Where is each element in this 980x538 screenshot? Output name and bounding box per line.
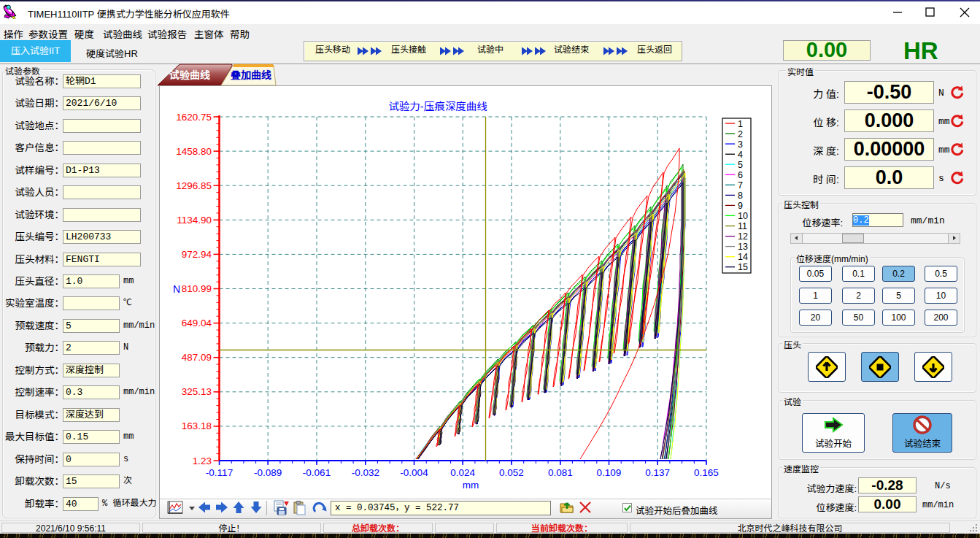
svg-text:1620.75: 1620.75 xyxy=(176,112,212,123)
svg-text:14: 14 xyxy=(738,252,748,262)
svg-text:0.165: 0.165 xyxy=(694,467,719,478)
svg-text:1: 1 xyxy=(738,119,743,129)
svg-text:0.137: 0.137 xyxy=(645,467,670,478)
svg-text:13: 13 xyxy=(738,242,748,252)
svg-text:1134.90: 1134.90 xyxy=(177,215,212,226)
svg-text:叠加曲线: 叠加曲线 xyxy=(231,69,271,81)
svg-text:163.18: 163.18 xyxy=(182,420,212,431)
svg-text:0.024: 0.024 xyxy=(450,467,475,478)
svg-text:6: 6 xyxy=(738,170,743,180)
svg-text:0.109: 0.109 xyxy=(597,467,622,478)
svg-text:-0.117: -0.117 xyxy=(206,467,233,478)
svg-text:649.04: 649.04 xyxy=(182,318,212,328)
svg-text:1.23: 1.23 xyxy=(193,456,212,466)
svg-text:N: N xyxy=(173,283,180,295)
svg-text:12: 12 xyxy=(738,231,748,242)
svg-text:-0.032: -0.032 xyxy=(352,467,379,478)
svg-text:-0.004: -0.004 xyxy=(400,467,428,478)
svg-text:-0.061: -0.061 xyxy=(303,467,331,478)
svg-text:4: 4 xyxy=(738,150,743,160)
svg-text:3: 3 xyxy=(738,139,743,150)
svg-text:0.052: 0.052 xyxy=(499,467,524,478)
svg-text:972.94: 972.94 xyxy=(182,249,212,260)
svg-text:1296.85: 1296.85 xyxy=(176,180,212,191)
svg-text:mm: mm xyxy=(463,480,479,491)
svg-text:2: 2 xyxy=(738,129,743,139)
svg-text:15: 15 xyxy=(738,262,748,272)
svg-text:9: 9 xyxy=(738,201,743,211)
svg-text:10: 10 xyxy=(738,211,748,221)
svg-text:试验力-压痕深度曲线: 试验力-压痕深度曲线 xyxy=(388,101,487,112)
svg-text:325.13: 325.13 xyxy=(182,386,212,397)
svg-text:11: 11 xyxy=(738,221,747,231)
svg-text:0.081: 0.081 xyxy=(548,467,573,478)
svg-text:-0.089: -0.089 xyxy=(254,467,282,478)
svg-text:试验曲线: 试验曲线 xyxy=(169,69,210,81)
svg-text:1458.80: 1458.80 xyxy=(176,146,212,157)
svg-text:5: 5 xyxy=(738,160,743,170)
svg-text:7: 7 xyxy=(738,180,743,191)
svg-text:8: 8 xyxy=(738,191,743,201)
svg-text:810.99: 810.99 xyxy=(182,283,212,294)
svg-text:487.09: 487.09 xyxy=(182,352,212,363)
